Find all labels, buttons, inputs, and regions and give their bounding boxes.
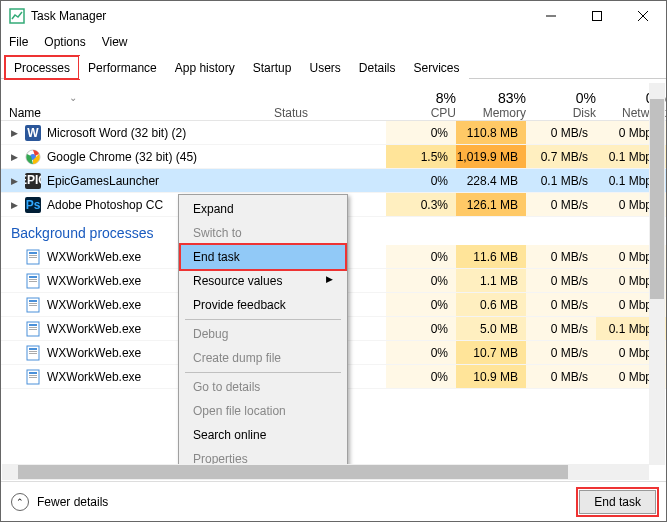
svg-rect-34 (29, 372, 37, 374)
svg-rect-15 (29, 255, 37, 256)
process-name: WXWorkWeb.exe (47, 370, 141, 384)
tab-performance[interactable]: Performance (79, 56, 166, 79)
disk-cell: 0.7 MB/s (526, 145, 596, 168)
generic-icon (25, 249, 41, 265)
svg-rect-14 (29, 252, 37, 254)
generic-icon (25, 321, 41, 337)
memory-cell: 110.8 MB (456, 121, 526, 144)
ctx-end-task[interactable]: End task (181, 245, 345, 269)
tab-services[interactable]: Services (405, 56, 469, 79)
menu-options[interactable]: Options (44, 35, 85, 49)
svg-rect-28 (29, 329, 37, 330)
horizontal-scrollbar[interactable] (2, 464, 649, 480)
process-row[interactable]: ▶EPICEpicGamesLauncher0%228.4 MB0.1 MB/s… (1, 169, 666, 193)
cpu-cell: 0% (386, 269, 456, 292)
cpu-cell: 0.3% (386, 193, 456, 216)
minimize-button[interactable] (528, 1, 574, 31)
memory-cell: 5.0 MB (456, 317, 526, 340)
memory-cell: 10.9 MB (456, 365, 526, 388)
generic-icon (25, 345, 41, 361)
svg-text:Ps: Ps (26, 198, 41, 212)
context-menu: Expand Switch to End task Resource value… (178, 194, 348, 474)
end-task-button[interactable]: End task (579, 490, 656, 514)
scrollbar-thumb[interactable] (650, 99, 664, 299)
ctx-separator (185, 319, 341, 320)
process-name: WXWorkWeb.exe (47, 250, 141, 264)
vertical-scrollbar[interactable] (649, 83, 665, 465)
cpu-cell: 0% (386, 341, 456, 364)
tab-startup[interactable]: Startup (244, 56, 301, 79)
disk-cell: 0 MB/s (526, 293, 596, 316)
generic-icon (25, 369, 41, 385)
menu-file[interactable]: File (9, 35, 28, 49)
header-disk[interactable]: 0%Disk (526, 79, 596, 120)
disk-cell: 0 MB/s (526, 121, 596, 144)
cpu-cell: 0% (386, 121, 456, 144)
svg-rect-36 (29, 377, 37, 378)
word-icon: W (25, 125, 41, 141)
process-name: WXWorkWeb.exe (47, 298, 141, 312)
header-status[interactable]: Status (266, 79, 386, 120)
expand-icon[interactable]: ▶ (9, 200, 19, 210)
cpu-cell: 0% (386, 293, 456, 316)
svg-rect-23 (29, 303, 37, 304)
svg-rect-22 (29, 300, 37, 302)
fewer-details-toggle[interactable]: ⌃ Fewer details (11, 493, 579, 511)
ctx-resource-values[interactable]: Resource values▶ (181, 269, 345, 293)
process-name: WXWorkWeb.exe (47, 274, 141, 288)
tab-processes[interactable]: Processes (5, 56, 79, 79)
ctx-switch-to: Switch to (181, 221, 345, 245)
svg-rect-32 (29, 353, 37, 354)
chevron-up-icon: ⌃ (11, 493, 29, 511)
close-button[interactable] (620, 1, 666, 31)
tab-app-history[interactable]: App history (166, 56, 244, 79)
tab-users[interactable]: Users (300, 56, 349, 79)
expand-icon[interactable]: ▶ (9, 128, 19, 138)
menu-view[interactable]: View (102, 35, 128, 49)
process-name: Google Chrome (32 bit) (45) (47, 150, 197, 164)
memory-cell: 126.1 MB (456, 193, 526, 216)
svg-rect-31 (29, 351, 37, 352)
process-row[interactable]: ▶WMicrosoft Word (32 bit) (2)0%110.8 MB0… (1, 121, 666, 145)
svg-text:EPIC: EPIC (25, 173, 41, 187)
ctx-search-online[interactable]: Search online (181, 423, 345, 447)
svg-rect-35 (29, 375, 37, 376)
menubar: File Options View (1, 31, 666, 53)
ctx-create-dump: Create dump file (181, 346, 345, 370)
cpu-cell: 0% (386, 245, 456, 268)
disk-cell: 0 MB/s (526, 365, 596, 388)
svg-rect-19 (29, 279, 37, 280)
header-name[interactable]: ⌄Name (1, 79, 266, 120)
svg-rect-2 (593, 12, 602, 21)
maximize-button[interactable] (574, 1, 620, 31)
svg-rect-27 (29, 327, 37, 328)
memory-cell: 0.6 MB (456, 293, 526, 316)
process-row[interactable]: ▶Google Chrome (32 bit) (45)1.5%1,019.9 … (1, 145, 666, 169)
ctx-debug: Debug (181, 322, 345, 346)
svg-rect-26 (29, 324, 37, 326)
svg-rect-24 (29, 305, 37, 306)
ctx-provide-feedback[interactable]: Provide feedback (181, 293, 345, 317)
process-name: WXWorkWeb.exe (47, 346, 141, 360)
header-cpu[interactable]: 8%CPU (386, 79, 456, 120)
header-memory[interactable]: 83%Memory (456, 79, 526, 120)
fewer-details-label: Fewer details (37, 495, 108, 509)
ctx-separator (185, 372, 341, 373)
memory-cell: 10.7 MB (456, 341, 526, 364)
ctx-expand[interactable]: Expand (181, 197, 345, 221)
disk-cell: 0 MB/s (526, 245, 596, 268)
tab-details[interactable]: Details (350, 56, 405, 79)
svg-rect-30 (29, 348, 37, 350)
disk-cell: 0 MB/s (526, 317, 596, 340)
memory-cell: 1.1 MB (456, 269, 526, 292)
expand-icon[interactable]: ▶ (9, 176, 19, 186)
scrollbar-thumb[interactable] (18, 465, 568, 479)
svg-rect-16 (29, 257, 37, 258)
svg-rect-20 (29, 281, 37, 282)
cpu-cell: 0% (386, 317, 456, 340)
chrome-icon (25, 149, 41, 165)
disk-cell: 0 MB/s (526, 193, 596, 216)
svg-rect-18 (29, 276, 37, 278)
expand-icon[interactable]: ▶ (9, 152, 19, 162)
cpu-cell: 1.5% (386, 145, 456, 168)
